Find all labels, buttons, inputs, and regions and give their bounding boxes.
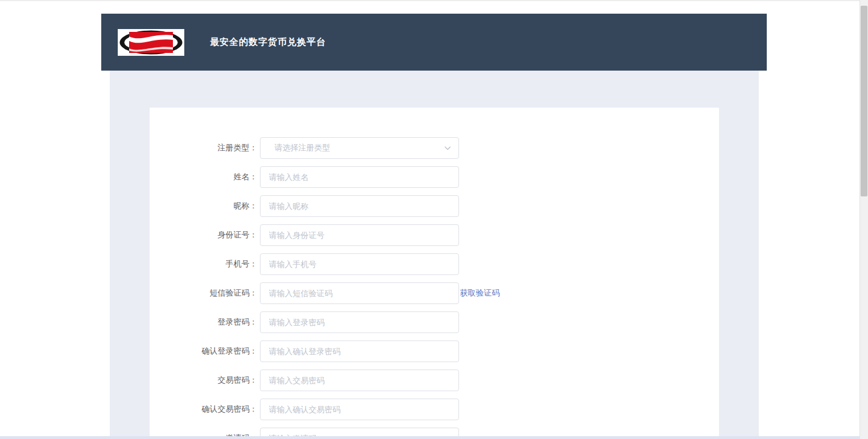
confirm-trade-password-input[interactable] — [260, 399, 459, 420]
register-type-label: 注册类型： — [150, 143, 260, 153]
register-type-placeholder: 请选择注册类型 — [275, 143, 330, 153]
top-border-line — [0, 0, 868, 1]
brand-logo[interactable] — [118, 29, 184, 56]
login-password-input[interactable] — [260, 311, 459, 333]
nickname-label: 昵称： — [150, 201, 260, 211]
header-bar: 最安全的数字货币兑换平台 — [101, 14, 767, 71]
content-panel: 注册类型： 请选择注册类型 姓名： 昵称： 身份证号： 手机号： 短信验 — [110, 71, 759, 439]
register-form-card: 注册类型： 请选择注册类型 姓名： 昵称： 身份证号： 手机号： 短信验 — [150, 108, 719, 439]
form-row-id-number: 身份证号： — [150, 224, 719, 246]
form-row-phone: 手机号： — [150, 253, 719, 275]
form-row-confirm-trade-password: 确认交易密码： — [150, 399, 719, 420]
confirm-trade-password-label: 确认交易密码： — [150, 404, 260, 415]
form-row-confirm-login-password: 确认登录密码： — [150, 340, 719, 362]
id-number-input[interactable] — [260, 224, 459, 246]
site-slogan: 最安全的数字货币兑换平台 — [210, 36, 326, 48]
trade-password-input[interactable] — [260, 370, 459, 391]
header-wrap: 最安全的数字货币兑换平台 — [101, 0, 767, 71]
id-number-label: 身份证号： — [150, 230, 260, 240]
nickname-input[interactable] — [260, 195, 459, 217]
chevron-down-icon — [444, 144, 452, 152]
vertical-scrollbar[interactable] — [859, 0, 868, 439]
bottom-edge-strip — [0, 436, 859, 439]
phone-label: 手机号： — [150, 259, 260, 269]
hs-logo-icon — [118, 29, 184, 56]
sms-code-input[interactable] — [260, 282, 459, 304]
name-label: 姓名： — [150, 172, 260, 182]
sms-code-label: 短信验证码： — [150, 288, 260, 298]
form-row-login-password: 登录密码： — [150, 311, 719, 333]
trade-password-label: 交易密码： — [150, 375, 260, 385]
form-row-nickname: 昵称： — [150, 195, 719, 217]
confirm-login-password-input[interactable] — [260, 340, 459, 362]
register-type-select[interactable]: 请选择注册类型 — [260, 137, 459, 159]
get-sms-code-link[interactable]: 获取验证码 — [460, 288, 500, 298]
phone-input[interactable] — [260, 253, 459, 275]
name-input[interactable] — [260, 166, 459, 188]
form-row-trade-password: 交易密码： — [150, 370, 719, 391]
form-row-name: 姓名： — [150, 166, 719, 188]
scrollbar-thumb[interactable] — [861, 6, 867, 196]
form-row-sms-code: 短信验证码： 获取验证码 — [150, 282, 719, 304]
login-password-label: 登录密码： — [150, 317, 260, 327]
confirm-login-password-label: 确认登录密码： — [150, 346, 260, 356]
form-row-register-type: 注册类型： 请选择注册类型 — [150, 137, 719, 159]
